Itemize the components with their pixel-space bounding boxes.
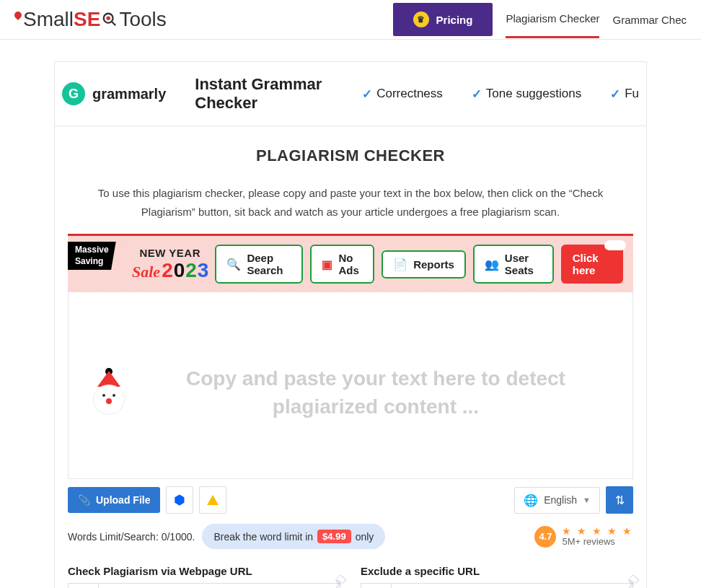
user-seats-icon: 👥: [485, 258, 499, 271]
svg-line-1: [112, 22, 116, 26]
toolbar: 📎 Upload File ⬢ 🌐 English ▼ ⇅: [68, 486, 633, 514]
url-row: Check Plagiarism via Webpage URL 🔗 ☟ Exc…: [68, 565, 633, 588]
editor-placeholder: Copy and paste your text here to detect …: [141, 364, 611, 421]
feature-more: ✓Fu: [610, 87, 639, 102]
logo-text-1: Small: [23, 8, 74, 31]
globe-icon: 🌐: [524, 493, 538, 507]
price-badge: $4.99: [317, 530, 351, 543]
page-title: PLAGIARISM CHECKER: [55, 146, 646, 165]
check-url-label: Check Plagiarism via Webpage URL: [68, 565, 340, 577]
check-url-input[interactable]: [99, 584, 340, 588]
check-url-input-wrap: 🔗 ☟: [68, 583, 340, 588]
limit-row: Words Limit/Search: 0/1000. Break the wo…: [68, 524, 633, 549]
text-format-button[interactable]: ⇅: [606, 486, 633, 514]
promo-no-ads[interactable]: ▣No Ads: [310, 245, 374, 284]
check-icon: ✓: [610, 87, 620, 102]
rating-block[interactable]: 4.7 ★ ★ ★ ★ ★ 5M+ reviews: [534, 526, 633, 548]
nav-plagiarism-checker[interactable]: Plagiarism Checker: [506, 1, 599, 38]
break-limit-button[interactable]: Break the word limit in $4.99 only: [202, 524, 385, 549]
promo-deep-search[interactable]: 🔍Deep Search: [215, 245, 303, 284]
exclude-url-input-wrap: 🔗 ☟: [361, 583, 633, 588]
exclude-url-input[interactable]: [392, 584, 632, 588]
upload-file-button[interactable]: 📎 Upload File: [68, 487, 160, 513]
logo-seo: SE: [74, 8, 119, 31]
reports-icon: 📄: [393, 258, 407, 271]
search-icon: 🔍: [226, 258, 241, 271]
nav: ♛ Pricing Plagiarism Checker Grammar Che…: [393, 1, 687, 38]
logo-text-2: Tools: [119, 8, 166, 31]
google-drive-icon: [207, 495, 219, 505]
link-icon: 🔗: [69, 584, 99, 588]
check-icon: ✓: [362, 87, 372, 102]
google-drive-button[interactable]: [199, 486, 226, 514]
grammarly-brand: grammarly: [92, 86, 166, 102]
paperclip-icon: 📎: [78, 494, 90, 506]
exclude-url-label: Exclude a specific URL: [361, 565, 633, 577]
logo-mark-icon: [13, 10, 23, 20]
promo-user-seats[interactable]: 👥User Seats: [473, 245, 554, 284]
text-input-area[interactable]: Copy and paste your text here to detect …: [68, 292, 633, 479]
sale-block: NEW YEAR Sale 2023: [132, 247, 208, 282]
grammarly-banner[interactable]: G grammarly Instant Grammar Checker ✓Cor…: [54, 61, 647, 126]
link-icon: 🔗: [361, 584, 392, 588]
logo[interactable]: Small SE Tools: [14, 8, 167, 31]
intro-text: To use this plagiarism checker, please c…: [84, 184, 617, 221]
header: Small SE Tools ♛ Pricing Plagiarism Chec…: [0, 0, 701, 40]
dropbox-icon: ⬢: [174, 492, 185, 508]
word-limit-text: Words Limit/Search: 0/1000.: [68, 531, 195, 543]
sale-year: Sale 2023: [132, 259, 208, 282]
grammarly-logo: G grammarly: [62, 82, 166, 105]
svg-point-2: [107, 16, 111, 20]
crown-icon: ♛: [413, 12, 429, 27]
massive-saving-badge: MassiveSaving: [68, 242, 116, 270]
santa-icon: [90, 371, 128, 414]
rating-value: 4.7: [534, 526, 556, 548]
pricing-button[interactable]: ♛ Pricing: [393, 3, 493, 36]
promo-click-here-button[interactable]: Click here: [561, 245, 623, 284]
promo-reports[interactable]: 📄Reports: [382, 250, 466, 278]
magnifier-icon: [100, 10, 119, 29]
grammarly-icon: G: [62, 82, 85, 105]
check-url-column: Check Plagiarism via Webpage URL 🔗 ☟: [68, 565, 340, 588]
new-year-label: NEW YEAR: [139, 247, 200, 259]
check-icon: ✓: [472, 87, 482, 102]
exclude-url-column: Exclude a specific URL 🔗 ☟: [361, 565, 633, 588]
feature-correctness: ✓Correctness: [362, 87, 443, 102]
nav-grammar-checker[interactable]: Grammar Chec: [612, 2, 687, 38]
language-select[interactable]: 🌐 English ▼: [514, 487, 600, 514]
text-height-icon: ⇅: [615, 493, 625, 507]
stars-icon: ★ ★ ★ ★ ★: [562, 526, 633, 536]
chevron-down-icon: ▼: [583, 496, 591, 504]
grammarly-title: Instant Grammar Checker: [195, 75, 333, 113]
reviews-count: 5M+ reviews: [562, 536, 633, 548]
no-ads-icon: ▣: [322, 258, 332, 271]
dropbox-button[interactable]: ⬢: [166, 486, 193, 514]
feature-tone: ✓Tone suggestions: [472, 87, 581, 102]
pricing-label: Pricing: [436, 14, 473, 26]
snow-icon: [604, 240, 626, 250]
main-card: PLAGIARISM CHECKER To use this plagiaris…: [54, 126, 647, 588]
promo-banner: MassiveSaving NEW YEAR Sale 2023 🔍Deep S…: [68, 234, 633, 292]
